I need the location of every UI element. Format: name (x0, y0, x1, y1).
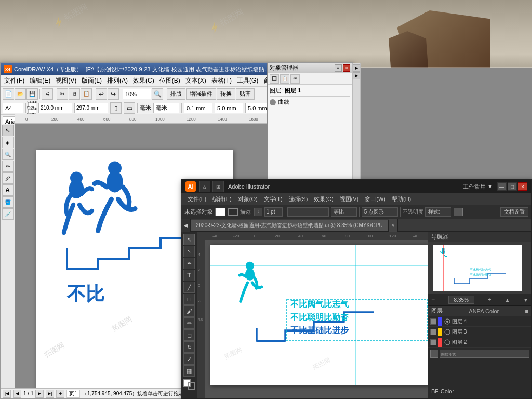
ai-zoom-out[interactable]: − (431, 296, 435, 303)
orient-portrait[interactable]: ▯ (110, 102, 122, 114)
srv-btn1[interactable]: ▶ (353, 64, 360, 72)
tb-redo[interactable]: ↪ (108, 88, 119, 100)
offset-input[interactable]: 0.1 mm (184, 103, 212, 113)
tool-text[interactable]: A (2, 184, 14, 196)
ai-tool-type[interactable]: T (183, 270, 195, 281)
page-nav-last[interactable]: ▶| (46, 390, 54, 398)
tb-copy[interactable]: ⧉ (69, 88, 80, 100)
menu-text[interactable]: 文本(X) (183, 75, 209, 86)
page-nav-first[interactable]: |◀ (3, 390, 11, 398)
page-nav-next[interactable]: ▶ (35, 390, 44, 398)
srv-btn2[interactable]: ▶ (353, 72, 360, 79)
ai-tool-eraser[interactable]: ◻ (183, 329, 195, 341)
ai-maximize-btn[interactable]: □ (508, 182, 517, 191)
ai-style-select[interactable]: 样式: (425, 207, 451, 217)
menu-layout[interactable]: 版面(L) (79, 75, 104, 86)
tool-eyedrop[interactable]: 💉 (2, 208, 14, 220)
ai-tool-pen[interactable]: ✒ (183, 258, 195, 269)
menu-bitmap[interactable]: 位图(B) (157, 75, 183, 86)
page-width-field[interactable]: 210.0 mm 297.0 mm (28, 102, 36, 114)
page-add[interactable]: + (56, 390, 64, 398)
prop-input-w[interactable]: 210.0 mm (38, 103, 72, 113)
ai-zoom-in[interactable]: + (488, 296, 491, 303)
ai-stroke-box[interactable] (188, 382, 195, 390)
panel-tb2[interactable]: 📋 (280, 74, 289, 84)
ai-anpa-color[interactable]: ANPA Color (469, 308, 499, 314)
ai-menu-select[interactable]: 选择(S) (286, 194, 311, 204)
tb-zoom-select[interactable]: 10% (123, 89, 151, 99)
tb-transform-btn[interactable]: 转换 (217, 88, 235, 100)
ai-zoom-up[interactable]: ▲ (504, 297, 510, 303)
ai-minimize-btn[interactable]: — (497, 182, 507, 191)
tool-shape[interactable]: ◈ (2, 137, 14, 148)
tb-new[interactable]: 📄 (3, 88, 14, 100)
ai-menu-object[interactable]: 对象(O) (235, 194, 261, 204)
ai-home-btn[interactable]: ⌂ (199, 181, 210, 192)
ai-tool-select[interactable]: ↖ (183, 234, 195, 245)
tool-freehand[interactable]: ✏ (2, 161, 14, 172)
ai-menu-view[interactable]: 视图(V) (337, 194, 362, 204)
ai-stroke-input[interactable]: 1 pt (264, 207, 283, 217)
menu-file[interactable]: 文件(F) (2, 75, 27, 86)
ai-opacity-swatch[interactable] (454, 208, 463, 216)
ai-stroke-arrow[interactable]: ↕ (254, 208, 262, 216)
tool-pen[interactable]: 🖊 (2, 172, 14, 184)
size-input1[interactable]: 5.0 mm (215, 103, 243, 113)
menu-arrange[interactable]: 排列(A) (104, 75, 130, 86)
menu-effects[interactable]: 效果(C) (130, 75, 157, 86)
ai-tool-direct[interactable]: ↖ (183, 246, 195, 257)
ai-zoom-input[interactable]: 8.35% (448, 296, 474, 304)
menu-edit[interactable]: 编辑(E) (27, 75, 53, 86)
panel-close[interactable]: × (343, 64, 350, 72)
ai-tool-paintbrush[interactable]: 🖌 (183, 305, 195, 317)
panel-tb1[interactable]: 🔲 (270, 74, 279, 84)
ai-tool-rect[interactable]: □ (183, 294, 195, 305)
ai-tab-doc[interactable]: 2020-9-23-文化墙-校园通用-志气勤奋进步标语壁纸墙贴.ai @ 8.3… (191, 220, 389, 231)
ai-scale-select[interactable]: 等比 (331, 207, 357, 217)
tool-fill[interactable]: 🪣 (2, 196, 14, 208)
unit-select[interactable]: 毫米 (153, 103, 179, 113)
ai-menu-edit[interactable]: 编辑(E) (209, 194, 235, 204)
ai-fill-swatch[interactable] (215, 208, 225, 216)
ai-points-select[interactable]: 5 点圆形 (362, 207, 398, 217)
ai-tool-rotate[interactable]: ↻ (183, 341, 195, 353)
page-nav-prev[interactable]: ◀ (13, 390, 21, 398)
ai-stroke-swatch[interactable] (228, 208, 238, 216)
ai-zoom-down[interactable]: ▼ (523, 297, 528, 303)
tb-save[interactable]: 💾 (26, 88, 38, 100)
ai-panel-btn[interactable]: ⊞ (212, 181, 224, 192)
menu-view[interactable]: 视图(V) (53, 75, 79, 86)
ai-collapse-btn[interactable]: ◀ (181, 219, 191, 232)
ai-menu-text[interactable]: 文字(T) (261, 194, 286, 204)
tb-cut[interactable]: ✂ (57, 88, 68, 100)
ai-tool-line[interactable]: ╱ (183, 282, 195, 293)
tool-select[interactable]: ↖ (2, 125, 14, 136)
tb-undo[interactable]: ↩ (96, 88, 107, 100)
tb-zoom-in[interactable]: 🔍 (152, 88, 163, 100)
tb-snap-btn[interactable]: 贴齐 (236, 88, 255, 100)
page-size-select[interactable]: A4 (3, 103, 23, 113)
tb-layout-btn[interactable]: 排版 (167, 88, 185, 100)
tb-open[interactable]: 📂 (15, 88, 26, 100)
panel-tb3[interactable]: 👁 (290, 74, 300, 84)
tool-zoom[interactable]: 🔍 (2, 149, 14, 160)
ai-stroke-end[interactable]: —— (287, 207, 329, 217)
ai-tool-scale[interactable]: ⤢ (183, 353, 195, 365)
ai-close-btn[interactable]: × (518, 182, 527, 191)
ai-menu-effects[interactable]: 效果(C) (311, 194, 336, 204)
ai-workspace-select[interactable]: 工作常用 ▼ (463, 183, 493, 191)
ai-doc-setup[interactable]: 文档设置 (500, 207, 528, 217)
tb-plugin-btn[interactable]: 增强插件 (186, 88, 216, 100)
orient-landscape[interactable]: ▭ (124, 102, 135, 114)
panel-btn1[interactable]: ≡ (335, 64, 342, 72)
ai-menu-file[interactable]: 文件(F) (184, 194, 209, 204)
tb-print[interactable]: 🖨 (42, 88, 53, 100)
tb-paste[interactable]: 📋 (81, 88, 92, 100)
ai-tool-gradient[interactable]: ▦ (183, 365, 195, 377)
prop-input-h[interactable]: 297.0 mm (74, 103, 108, 113)
ai-tool-pencil[interactable]: ✏ (183, 317, 195, 329)
ai-tab-close[interactable]: × (389, 219, 398, 232)
ai-menu-help[interactable]: 帮助(H) (389, 194, 414, 204)
menu-table[interactable]: 表格(T) (209, 75, 234, 86)
menu-tools[interactable]: 工具(G) (234, 75, 261, 86)
